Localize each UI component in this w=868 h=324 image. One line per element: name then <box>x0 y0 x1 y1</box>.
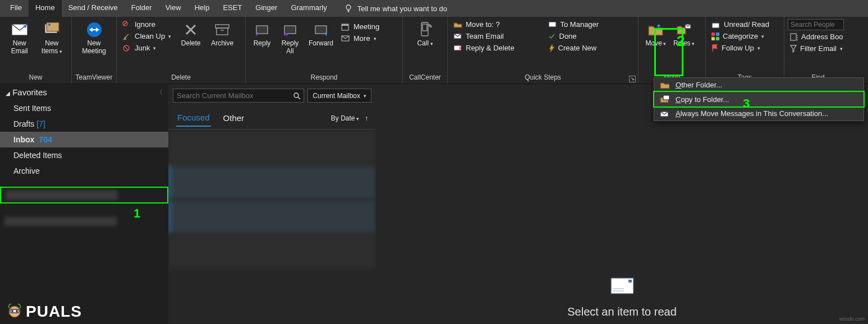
reply-all-button[interactable]: ReplyAll <box>277 19 303 55</box>
svg-point-37 <box>16 310 18 312</box>
group-new: NewEmail NewItems New <box>0 17 72 84</box>
more-button[interactable]: More <box>339 33 382 44</box>
account-node[interactable] <box>0 187 168 203</box>
sidebar-item-archive[interactable]: Archive <box>0 163 168 179</box>
search-mailbox-input[interactable] <box>173 89 290 103</box>
folder-sidebar: ◢ Favorites 〈 Sent Items Drafts[7] Inbox… <box>0 84 168 324</box>
move-button[interactable]: Move <box>642 19 670 48</box>
menu-always-move[interactable]: Always Move Messages in This Conversatio… <box>654 107 864 121</box>
reply-icon <box>254 24 270 36</box>
message-items[interactable] <box>168 129 376 324</box>
message-item[interactable] <box>168 235 376 269</box>
address-book-label: Address Boo <box>801 33 843 41</box>
menu-folder[interactable]: Folder <box>125 0 159 17</box>
address-book-button[interactable]: Address Boo <box>788 31 848 42</box>
meeting-button[interactable]: Meeting <box>339 21 382 32</box>
logo-text: PUALS <box>26 303 82 320</box>
menu-help[interactable]: Help <box>188 0 217 17</box>
favorites-header[interactable]: ◢ Favorites 〈 <box>0 84 168 100</box>
ignore-label: Ignore <box>135 20 155 29</box>
group-call-title: CallCenter <box>403 73 447 84</box>
search-button[interactable] <box>290 89 304 103</box>
tell-me-box[interactable]: Tell me what you want to do <box>344 0 447 17</box>
annotation-1: 1 <box>134 206 140 221</box>
qs-done[interactable]: Done <box>546 31 635 41</box>
search-scope[interactable]: Current Mailbox <box>307 89 371 103</box>
categorize-button[interactable]: Categorize <box>709 31 771 41</box>
qs-to-manager-label: To Manager <box>561 20 599 29</box>
new-meeting-button[interactable]: NewMeeting <box>75 19 113 55</box>
qs-create-new[interactable]: Create New <box>546 43 635 53</box>
tab-focused[interactable]: Focused <box>176 109 211 127</box>
sidebar-item-sent[interactable]: Sent Items <box>0 100 168 116</box>
delete-button[interactable]: Delete <box>177 19 205 47</box>
teamviewer-icon <box>86 22 102 38</box>
menu-copy-to-folder[interactable]: Copy to Folder... <box>654 92 864 107</box>
broom-icon <box>122 33 131 40</box>
menu-eset[interactable]: ESET <box>216 0 249 17</box>
search-people-input[interactable] <box>788 19 844 30</box>
archive-folder-label: Archive <box>13 166 40 175</box>
menu-send-receive[interactable]: Send / Receive <box>62 0 125 17</box>
qs-move-to[interactable]: Move to: ? <box>451 19 540 30</box>
favorites-label: Favorites <box>12 87 47 97</box>
forward-button[interactable]: Forward <box>305 19 337 47</box>
forward-label: Forward <box>309 39 333 47</box>
archive-button[interactable]: Archive <box>208 19 236 47</box>
menu-file[interactable]: File <box>3 0 29 17</box>
qs-reply-delete[interactable]: Reply & Delete <box>451 43 540 53</box>
follow-up-button[interactable]: Follow Up <box>709 43 771 53</box>
move-dropdown-menu: OOther Folder...ther Folder... Copy to F… <box>654 77 864 121</box>
ignore-button[interactable]: Ignore <box>120 19 173 30</box>
message-list-pane: Current Mailbox Focused Other By Date ↑ <box>168 84 376 324</box>
group-qs-title: Quick Steps <box>448 73 638 84</box>
message-item[interactable] <box>168 131 376 164</box>
tab-other[interactable]: Other <box>222 110 246 126</box>
annotation-3: 3 <box>743 96 750 111</box>
menu-home[interactable]: Home <box>29 0 62 17</box>
calendar-icon <box>341 23 350 31</box>
group-call: Call CallCenter <box>403 17 448 84</box>
sidebar-item-inbox[interactable]: Inbox704 <box>0 132 168 147</box>
menu-ginger[interactable]: Ginger <box>249 0 284 17</box>
annotation-2: 2 <box>677 33 685 50</box>
delete-x-icon <box>183 22 198 37</box>
reply-all-icon <box>282 24 298 36</box>
reply-button[interactable]: Reply <box>249 19 275 47</box>
cleanup-button[interactable]: Clean Up <box>120 31 173 41</box>
watermark: wsxdn.com <box>839 316 865 322</box>
unread-read-label: Unread/ Read <box>724 20 769 29</box>
menu-view[interactable]: View <box>159 0 188 17</box>
sent-items-label: Sent Items <box>13 104 51 113</box>
other-folder-label: OOther Folder...ther Folder... <box>676 81 722 89</box>
filter-email-button[interactable]: Filter Email <box>788 43 848 54</box>
junk-button[interactable]: Junk <box>120 43 173 53</box>
call-button[interactable]: Call <box>406 19 444 48</box>
qs-dialog-launcher[interactable]: ↘ <box>629 76 636 82</box>
sidebar-item-deleted[interactable]: Deleted Items <box>0 147 168 163</box>
menu-grammarly[interactable]: Grammarly <box>284 0 333 17</box>
new-items-button[interactable]: NewItems <box>36 19 68 55</box>
qs-team-email[interactable]: Team Email <box>451 31 540 41</box>
chevron-left-icon[interactable]: 〈 <box>156 87 163 97</box>
menu-other-folder[interactable]: OOther Folder...ther Folder... <box>654 78 864 92</box>
check-icon <box>548 33 556 40</box>
new-email-button[interactable]: NewEmail <box>3 19 36 55</box>
sort-ascending-icon[interactable]: ↑ <box>365 114 368 122</box>
group-new-title: New <box>0 73 71 84</box>
sort-by-date[interactable]: By Date <box>331 114 359 122</box>
folder-icon <box>660 81 670 89</box>
group-delete: Ignore Clean Up Junk Delete Archive Dele… <box>117 17 246 84</box>
unread-read-button[interactable]: Unread/ Read <box>709 19 771 30</box>
cleanup-label: Clean Up <box>135 32 165 40</box>
svg-rect-27 <box>716 37 719 40</box>
svg-rect-25 <box>716 33 719 36</box>
qs-move-to-label: Move to: ? <box>466 20 500 29</box>
sidebar-item-drafts[interactable]: Drafts[7] <box>0 116 168 132</box>
message-item[interactable] <box>168 200 376 234</box>
new-items-label: NewItems <box>42 39 62 55</box>
qs-to-manager[interactable]: To Manager <box>546 19 635 30</box>
ribbon: NewEmail NewItems New NewMeeting TeamVie… <box>0 17 868 84</box>
account-name-blurred <box>6 190 118 200</box>
message-item[interactable] <box>168 165 376 199</box>
